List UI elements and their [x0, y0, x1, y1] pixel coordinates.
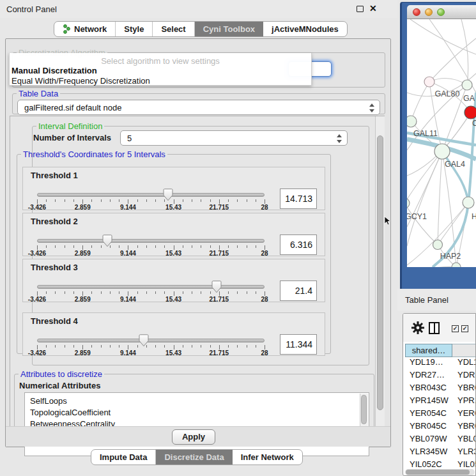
tick-mark	[37, 291, 38, 296]
attribute-item[interactable]: SelfLoops	[30, 396, 67, 406]
number-of-intervals-combobox[interactable]: 5	[120, 130, 348, 146]
horizontal-scrollbar[interactable]	[405, 469, 475, 475]
table-row[interactable]: YBL079WYBL079W	[405, 434, 476, 447]
table-row[interactable]: YPR145WYPR145W	[405, 395, 476, 408]
tick-mark	[265, 245, 265, 250]
algorithm-option[interactable]: Manual Discretization	[12, 66, 309, 75]
tab-select[interactable]: Select	[153, 22, 194, 36]
cell-name: YPR145W	[452, 395, 476, 408]
column-header-shared-name[interactable]: shared…	[405, 344, 452, 357]
threshold-value-field[interactable]: 21.4	[280, 280, 317, 301]
network-node[interactable]	[424, 77, 434, 87]
apply-button[interactable]: Apply	[172, 429, 215, 445]
scrollbar-thumb[interactable]	[361, 395, 367, 424]
table-data-combobox[interactable]: galFiltered.sif default node	[17, 100, 380, 115]
tab-jactivemnodules[interactable]: jActiveMNodules	[263, 22, 347, 36]
thresholds-group: Threshold's Coordinates for 5 Intervals …	[17, 150, 331, 354]
attribute-item[interactable]: TopologicalCoefficient	[30, 408, 111, 417]
cell-name: YBR045C	[452, 421, 476, 434]
network-node[interactable]	[452, 263, 461, 267]
threshold-value-field[interactable]: 11.344	[280, 334, 317, 355]
tab-network[interactable]: Network	[54, 22, 116, 36]
threshold-label: Threshold 4	[31, 316, 78, 326]
slider-track[interactable]	[37, 239, 265, 243]
scrollbar-thumb[interactable]	[406, 470, 470, 475]
checkbox-icon[interactable]: ✓	[452, 325, 459, 332]
slider-thumb[interactable]	[102, 234, 112, 249]
network-node[interactable]	[462, 80, 472, 90]
tick-label: 2.859	[75, 204, 91, 211]
column-header-name[interactable]: na	[452, 344, 476, 357]
tick-mark	[137, 245, 138, 248]
slider-thumb[interactable]	[211, 280, 222, 295]
tick-mark	[73, 245, 74, 248]
table-row[interactable]: YDR27…YDR27…	[405, 370, 476, 383]
tab-style[interactable]: Style	[116, 22, 153, 36]
minimize-traffic-light-icon[interactable]	[425, 8, 433, 16]
table-row[interactable]: YBR045CYBR045C	[405, 421, 476, 434]
tick-mark	[46, 345, 47, 348]
table-row[interactable]: YER054CYER054C	[405, 408, 476, 421]
stepper-icon	[337, 134, 342, 144]
cell-name: YBL079W	[452, 434, 476, 447]
tick-label: -3.426	[28, 296, 46, 303]
vertical-scrollbar[interactable]	[375, 116, 385, 426]
threshold-label: Threshold 2	[31, 217, 78, 226]
tick-mark	[119, 345, 119, 348]
network-node[interactable]	[463, 197, 474, 208]
float-window-icon[interactable]	[357, 6, 364, 12]
tick-mark	[201, 291, 201, 294]
network-edge	[411, 82, 429, 121]
threshold-value-field[interactable]: 6.316	[280, 234, 317, 255]
network-canvas[interactable]: GAL80GACGAL11GAL4GCY1HHAP2	[407, 19, 476, 267]
close-traffic-light-icon[interactable]	[413, 8, 420, 16]
tick-mark	[110, 345, 111, 348]
network-node-selected[interactable]	[464, 106, 476, 119]
group-title: Threshold's Coordinates for 5 Intervals	[21, 150, 167, 159]
tick-mark	[73, 291, 74, 294]
network-node[interactable]	[433, 240, 443, 250]
table-row[interactable]: YLR345WYLR345W	[405, 447, 476, 459]
tab-impute-data[interactable]: Impute Data	[91, 450, 156, 464]
table-row[interactable]: YDL19…YDL19…	[405, 357, 476, 370]
panel-title: Control Panel	[6, 4, 57, 14]
network-node[interactable]	[407, 198, 410, 208]
algorithm-option[interactable]: Equal Width/Frequency Discretization	[12, 76, 309, 86]
network-node[interactable]	[434, 144, 450, 159]
tick-label: 9.144	[120, 349, 136, 357]
scrollbar-thumb[interactable]	[377, 135, 383, 410]
threshold-value-field[interactable]: 14.713	[280, 188, 317, 209]
tick-mark	[174, 291, 174, 296]
split-columns-icon[interactable]	[429, 322, 440, 334]
tab-discretize-data[interactable]: Discretize Data	[156, 450, 232, 464]
slider-thumb[interactable]	[163, 188, 173, 203]
group-title: Interval Definition	[36, 121, 104, 131]
network-node-label: GCY1	[407, 212, 427, 221]
tick-label: 15.43	[165, 204, 181, 211]
tab-label: Cyni Toolbox	[203, 24, 255, 34]
tick-label: -3.426	[28, 204, 46, 211]
slider-track[interactable]	[37, 285, 265, 289]
cell-name: YDL19…	[452, 357, 476, 370]
slider-thumb[interactable]	[139, 334, 149, 349]
slider-track[interactable]	[37, 339, 265, 342]
network-node[interactable]	[407, 116, 417, 127]
tab-cyni-toolbox[interactable]: Cyni Toolbox	[195, 22, 263, 36]
checkbox-icon[interactable]: ✓	[461, 325, 468, 332]
tick-mark	[119, 291, 119, 294]
dropdown-hint: Select algorithm to view settings	[10, 56, 311, 66]
cell-name: YBR043C	[452, 383, 476, 395]
list-scrollbar[interactable]	[360, 394, 368, 427]
table-panel-titlebar: Table Panel	[397, 289, 476, 311]
tick-mark	[201, 345, 201, 348]
gear-icon[interactable]	[411, 321, 425, 335]
close-icon[interactable]: ✕	[369, 3, 377, 13]
network-node-label: HAP2	[440, 252, 461, 261]
tab-infer-network[interactable]: Infer Network	[233, 450, 302, 464]
tick-mark	[65, 245, 65, 248]
slider-track[interactable]	[37, 193, 265, 197]
tick-mark	[210, 199, 211, 202]
zoom-traffic-light-icon[interactable]	[437, 8, 445, 16]
table-row[interactable]: YBR043CYBR043C	[405, 383, 476, 395]
network-node-label: GAL4	[445, 160, 465, 169]
